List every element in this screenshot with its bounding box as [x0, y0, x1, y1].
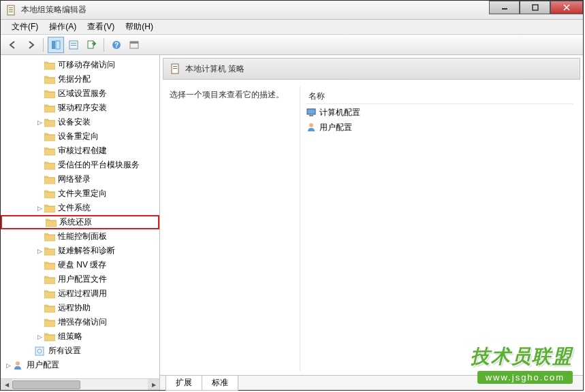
tree-node[interactable]: ▷设备安装 [1, 115, 159, 129]
tree-node[interactable]: 审核过程创建 [1, 144, 159, 158]
svg-rect-3 [9, 12, 13, 12]
expand-icon[interactable] [35, 261, 44, 270]
scroll-left-arrow-icon[interactable]: ◀ [1, 379, 12, 390]
tree-node[interactable]: 区域设置服务 [1, 86, 159, 101]
list-item[interactable]: 计算机配置 [306, 105, 573, 119]
help-button[interactable]: ? [108, 37, 125, 53]
tree-node[interactable]: 性能控制面板 [1, 229, 159, 244]
tree-node-label: 疑难解答和诊断 [58, 245, 115, 257]
tree-node[interactable]: 网络登录 [1, 172, 159, 186]
scroll-right-arrow-icon[interactable]: ▶ [148, 379, 159, 390]
expand-icon[interactable] [35, 161, 44, 170]
menu-help[interactable]: 帮助(H) [120, 20, 159, 34]
tree-node-label: 用户配置 [27, 359, 59, 371]
description-hint: 选择一个项目来查看它的描述。 [170, 90, 284, 99]
list-item-label: 计算机配置 [319, 107, 360, 118]
svg-rect-23 [309, 115, 313, 116]
tree-node-label: 受信任的平台模块服务 [58, 159, 140, 171]
svg-rect-15 [130, 42, 138, 44]
tree-node-label: 可移动存储访问 [58, 59, 115, 71]
forward-arrow-icon [25, 39, 36, 50]
tree-pane-icon [50, 39, 61, 50]
expand-icon[interactable] [35, 318, 44, 327]
filter-button[interactable] [126, 37, 142, 53]
svg-text:?: ? [114, 42, 118, 49]
tree-node-label: 文件夹重定向 [58, 188, 107, 199]
svg-rect-22 [307, 109, 315, 114]
expand-icon[interactable] [35, 132, 44, 142]
expand-icon[interactable] [35, 146, 44, 156]
menu-bar: 文件(F) 操作(A) 查看(V) 帮助(H) [1, 20, 583, 35]
tree-node[interactable]: 凭据分配 [1, 72, 159, 86]
expand-icon[interactable] [35, 61, 44, 70]
tree-node-user-config[interactable]: ▷用户配置 [1, 358, 159, 372]
expand-icon[interactable] [35, 75, 44, 84]
help-icon: ? [111, 39, 122, 50]
scroll-thumb[interactable] [12, 380, 80, 389]
list-item[interactable]: 用户配置 [306, 120, 573, 134]
tree-node[interactable]: ▷文件系统 [1, 201, 159, 215]
tree-node[interactable]: 可移动存储访问 [1, 58, 159, 72]
tree-node[interactable]: 增强存储访问 [1, 315, 159, 329]
tree-node[interactable]: 受信任的平台模块服务 [1, 158, 159, 172]
tree-node-label: 系统还原 [59, 216, 92, 228]
tree-node[interactable]: 用户配置文件 [1, 272, 159, 287]
expand-icon[interactable]: ▷ [35, 118, 44, 127]
expand-icon[interactable]: ▷ [3, 361, 13, 370]
tree-node[interactable]: 远程协助 [1, 301, 159, 315]
forward-button[interactable] [22, 37, 39, 53]
tree-body[interactable]: 可移动存储访问凭据分配区域设置服务驱动程序安装▷设备安装设备重定向审核过程创建受… [1, 55, 159, 378]
export-button[interactable] [83, 37, 99, 53]
maximize-button[interactable] [520, 1, 550, 14]
back-arrow-icon [7, 39, 18, 50]
tree-node-label: 设备重定向 [58, 131, 99, 142]
show-tree-button[interactable] [48, 37, 64, 53]
close-button[interactable] [550, 1, 583, 14]
expand-icon[interactable]: ▷ [35, 332, 44, 342]
computer-config-icon [306, 107, 317, 118]
horizontal-scrollbar[interactable]: ◀ ▶ [1, 378, 159, 390]
details-header: 本地计算机 策略 [163, 58, 580, 80]
expand-icon[interactable] [35, 175, 44, 184]
svg-rect-2 [9, 10, 13, 10]
tree-node[interactable]: 硬盘 NV 缓存 [1, 258, 159, 272]
tree-panel: 可移动存储访问凭据分配区域设置服务驱动程序安装▷设备安装设备重定向审核过程创建受… [1, 55, 160, 390]
expand-icon[interactable] [35, 189, 44, 199]
menu-view[interactable]: 查看(V) [82, 20, 120, 34]
tree-node-all-settings[interactable]: 所有设置 [1, 344, 159, 358]
toolbar-separator [104, 38, 104, 52]
tree-node[interactable]: 远程过程调用 [1, 287, 159, 301]
expand-icon[interactable] [35, 103, 44, 113]
tree-node-label: 所有设置 [48, 345, 81, 357]
expand-icon[interactable] [35, 232, 44, 242]
tree-node-label: 网络登录 [58, 174, 91, 185]
back-button[interactable] [5, 37, 21, 53]
tree-node[interactable]: 系统还原 [1, 215, 159, 229]
menu-action[interactable]: 操作(A) [44, 20, 82, 34]
properties-button[interactable] [65, 37, 82, 53]
user-config-icon [306, 122, 317, 133]
list-item-label: 用户配置 [319, 122, 352, 133]
expand-icon[interactable]: ▷ [35, 246, 44, 256]
expand-icon[interactable] [35, 289, 44, 299]
tree-node[interactable]: ▷疑难解答和诊断 [1, 244, 159, 258]
tree-node[interactable]: 文件夹重定向 [1, 186, 159, 201]
tree-node[interactable]: 设备重定向 [1, 129, 159, 144]
name-column-header[interactable]: 名称 [306, 89, 573, 104]
expand-icon[interactable] [35, 89, 44, 99]
expand-icon[interactable] [35, 304, 44, 313]
tree-node[interactable]: ▷组策略 [1, 329, 159, 344]
minimize-button[interactable] [489, 1, 520, 14]
tree-node[interactable]: 驱动程序安装 [1, 101, 159, 115]
expand-icon[interactable] [36, 218, 46, 227]
tree-node-label: 凭据分配 [58, 74, 91, 85]
expand-icon[interactable] [35, 275, 44, 284]
svg-rect-7 [56, 41, 60, 49]
tab-extended[interactable]: 扩展 [165, 376, 202, 391]
list-column: 名称 计算机配置 用户配置 [300, 86, 579, 371]
tab-standard[interactable]: 标准 [202, 376, 238, 391]
expand-icon[interactable]: ▷ [35, 203, 44, 213]
menu-file[interactable]: 文件(F) [6, 20, 44, 34]
details-panel: 本地计算机 策略 选择一个项目来查看它的描述。 名称 计算机配置 [160, 55, 583, 390]
svg-rect-21 [173, 68, 177, 69]
